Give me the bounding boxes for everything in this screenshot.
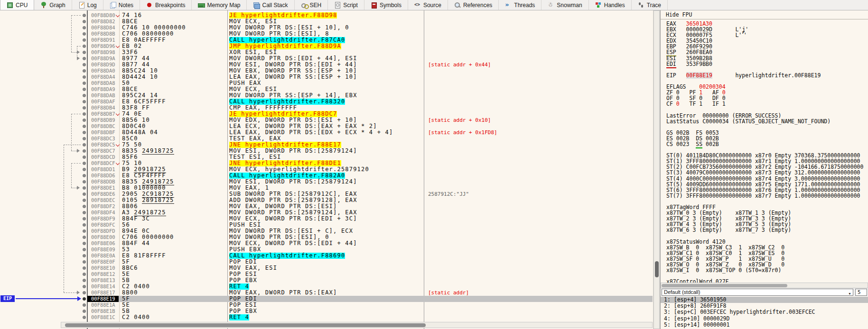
breakpoint-dot[interactable] <box>83 112 86 116</box>
hide-fpu-button[interactable]: Hide FPU <box>661 10 868 19</box>
disasm-row[interactable]: 00F88E068B4F 44MOV ECX, DWORD PTR DS:[ED… <box>0 240 653 247</box>
breakpoint-dot[interactable] <box>83 143 86 146</box>
breakpoint-dot[interactable] <box>83 82 86 85</box>
disasm-row[interactable]: 00F88E1B5BPOP EBX <box>0 308 653 314</box>
breakpoint-dot[interactable] <box>83 242 86 245</box>
breakpoint-dot[interactable] <box>83 260 86 264</box>
registers-horizontal-scrollbar[interactable] <box>661 283 868 288</box>
breakpoint-dot[interactable] <box>83 199 86 202</box>
disasm-vertical-scrollbar-thumb[interactable] <box>655 261 659 277</box>
breakpoint-dot[interactable] <box>83 223 86 227</box>
tab-log[interactable]: Log <box>72 0 103 10</box>
breakpoint-dot[interactable] <box>83 69 86 73</box>
breakpoint-dot[interactable] <box>83 51 86 54</box>
breakpoint-dot[interactable] <box>83 229 86 233</box>
breakpoint-dot[interactable] <box>83 26 86 29</box>
tab-snowman[interactable]: Snowman <box>541 0 588 10</box>
calling-convention-dropdown[interactable]: Default (stdcall) ▼ <box>662 289 853 296</box>
breakpoint-dot[interactable] <box>83 106 86 110</box>
address: 00F88E0F <box>91 259 115 265</box>
breakpoint-dot[interactable] <box>83 285 86 288</box>
breakpoint-dot[interactable] <box>83 45 86 48</box>
breakpoint-dot[interactable] <box>83 186 86 190</box>
breakpoint-dot[interactable] <box>83 211 86 214</box>
disasm-horizontal-scrollbar-thumb[interactable] <box>65 323 426 327</box>
breakpoint-dot[interactable] <box>83 63 86 66</box>
breakpoint-dot[interactable] <box>83 119 86 122</box>
disasm-row[interactable]: 00F88D96EB 02JMP hyperlightdrifter.F88D9… <box>0 43 653 49</box>
breakpoint-dot[interactable] <box>83 303 86 307</box>
registers-horizontal-scrollbar-thumb[interactable] <box>662 284 787 287</box>
disasm-row[interactable]: 00F88E135BPOP EBX <box>0 277 653 283</box>
breakpoint-dot[interactable] <box>83 38 86 42</box>
breakpoint-dot[interactable] <box>83 316 86 319</box>
disasm-row[interactable]: 00F88E1A5EPOP ESI <box>0 302 653 308</box>
breakpoint-dot[interactable] <box>83 217 86 220</box>
tab-threads[interactable]: Threads <box>499 0 541 10</box>
stack-argument-row[interactable]: 5: [esp+14] 00000001 <box>661 322 868 328</box>
breakpoint-dot[interactable] <box>83 20 86 23</box>
tab-handles[interactable]: Handles <box>589 0 632 10</box>
disasm-row[interactable]: 00F88DAFE8 6CF5FFFFCALL hyperlightdrifte… <box>0 99 653 105</box>
tab-script[interactable]: Script <box>328 0 364 10</box>
breakpoint-dot[interactable] <box>83 273 86 276</box>
breakpoint-dot[interactable] <box>83 168 86 171</box>
breakpoint-dot[interactable] <box>83 137 86 140</box>
breakpoint-dot[interactable] <box>83 162 86 165</box>
breakpoint-dot[interactable] <box>83 149 86 153</box>
disasm-row[interactable]: 00F88E195FPOP EDI <box>0 296 653 302</box>
breakpoint-dot[interactable] <box>83 248 86 251</box>
tab-notes[interactable]: Notes <box>103 0 140 10</box>
disasm-row[interactable]: 00F88E108BC6MOV EAX, ESI <box>0 265 653 271</box>
tab-references[interactable]: References <box>448 0 499 10</box>
breakpoint-dot[interactable] <box>83 205 86 208</box>
breakpoint-dot[interactable] <box>83 125 86 128</box>
disasm-row[interactable]: 00F88DA48D4424 10LEA EAX, DWORD PTR SS:[… <box>0 74 653 80</box>
disasm-row[interactable]: 00F88E0F5FPOP EDI <box>0 259 653 265</box>
argument-count-spinner[interactable]: 5 <box>855 289 867 296</box>
tab-cpu[interactable]: CPU <box>0 0 34 10</box>
disasm-row[interactable]: 00F88DA850PUSH EAX <box>0 80 653 86</box>
breakpoint-dot[interactable] <box>83 254 86 257</box>
breakpoint-dot[interactable] <box>83 88 86 91</box>
breakpoint-dot[interactable] <box>83 57 86 60</box>
disasm-row[interactable]: 00F88DDB8B35 24918725MOV ESI, DWORD PTR … <box>0 179 653 185</box>
breakpoint-dot[interactable] <box>83 180 86 183</box>
breakpoint-dot[interactable] <box>83 174 86 177</box>
breakpoint-dot[interactable] <box>83 155 86 159</box>
breakpoint-dot[interactable] <box>83 297 86 301</box>
tab-graph[interactable]: Graph <box>34 0 72 10</box>
disasm-row[interactable]: 00F88DBF8D448A 04LEA EAX, DWORD PTR DS:[… <box>0 129 653 136</box>
tab-seh[interactable]: SEH <box>295 0 328 10</box>
breakpoint-dot[interactable] <box>83 192 86 196</box>
disasm-horizontal-scrollbar[interactable] <box>61 322 653 328</box>
tab-breakpoints[interactable]: Breakpoints <box>140 0 192 10</box>
disasm-row[interactable]: 00F88DF98B4F 3CMOV ECX, DWORD PTR DS:[ED… <box>0 216 653 222</box>
breakpoint-dot[interactable] <box>83 279 86 282</box>
breakpoint-dot[interactable] <box>83 236 86 239</box>
tab-source[interactable]: Source <box>408 0 448 10</box>
breakpoint-dot[interactable] <box>83 266 86 270</box>
breakpoint-dot[interactable] <box>83 75 86 79</box>
stack-argument-row[interactable]: 4: [esp+10] 0000029D <box>661 316 868 322</box>
disasm-row[interactable]: 00F88E1CC2 0400RET 4 <box>0 314 653 320</box>
disasm-row[interactable]: 00F88E0AE8 81F8FFFFCALL hyperlightdrifte… <box>0 253 653 259</box>
breakpoint-dot[interactable] <box>83 94 86 97</box>
tab-memory-map[interactable]: Memory Map <box>192 0 247 10</box>
disasm-row[interactable]: 00F88E178B00MOV EAX, DWORD PTR DS:[EAX][… <box>0 290 653 296</box>
breakpoint-dot[interactable] <box>83 100 86 103</box>
breakpoint-dot[interactable] <box>83 14 86 17</box>
disasm-vertical-scrollbar[interactable] <box>653 10 660 329</box>
breakpoint-dot[interactable] <box>83 291 86 294</box>
tab-call-stack[interactable]: Call Stack <box>247 0 294 10</box>
breakpoint-dot[interactable] <box>83 310 86 313</box>
address: 00F88DFC <box>91 222 115 228</box>
breakpoint-dot[interactable] <box>83 131 86 134</box>
disasm-row[interactable]: 00F88E125EPOP ESI <box>0 271 653 277</box>
tab-symbols[interactable]: Symbols <box>364 0 408 10</box>
stack-argument-row[interactable]: 3: [esp+C] 003EFCEC hyperlightdrifter.00… <box>661 309 868 315</box>
disasm-row[interactable]: 00F88DC78B35 24918725MOV ESI, DWORD PTR … <box>0 148 653 154</box>
breakpoint-dot[interactable] <box>83 32 86 36</box>
disasm-row[interactable]: 00F88D8074 16JE hyperlightdrifter.F88D98 <box>0 12 653 18</box>
tab-trace[interactable]: Trace <box>632 0 668 10</box>
